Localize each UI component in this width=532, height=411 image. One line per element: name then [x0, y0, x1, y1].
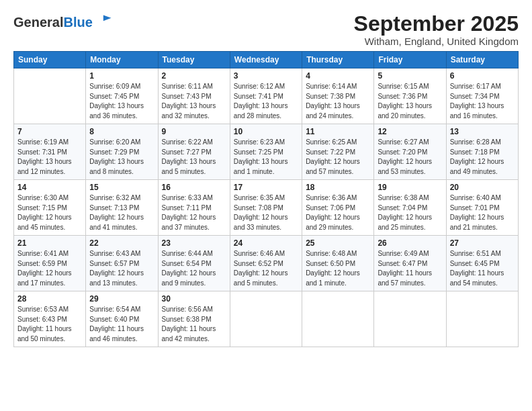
calendar-cell: 9Sunrise: 6:22 AMSunset: 7:27 PMDaylight… — [158, 124, 230, 180]
calendar-cell: 1Sunrise: 6:09 AMSunset: 7:45 PMDaylight… — [86, 68, 158, 124]
calendar-cell: 11Sunrise: 6:25 AMSunset: 7:22 PMDayligh… — [302, 124, 374, 180]
day-of-week-header: Sunday — [14, 52, 86, 68]
calendar-header-row: SundayMondayTuesdayWednesdayThursdayFrid… — [14, 52, 519, 68]
calendar-cell: 15Sunrise: 6:32 AMSunset: 7:13 PMDayligh… — [86, 180, 158, 236]
calendar-cell: 29Sunrise: 6:54 AMSunset: 6:40 PMDayligh… — [86, 291, 158, 347]
day-number: 15 — [89, 183, 154, 192]
calendar-cell — [302, 291, 374, 347]
day-info: Sunrise: 6:14 AMSunset: 7:38 PMDaylight:… — [306, 82, 370, 121]
day-number: 12 — [378, 127, 442, 136]
day-number: 8 — [89, 127, 154, 136]
day-info: Sunrise: 6:56 AMSunset: 6:38 PMDaylight:… — [162, 305, 226, 344]
day-of-week-header: Tuesday — [158, 52, 230, 68]
day-info: Sunrise: 6:11 AMSunset: 7:43 PMDaylight:… — [162, 82, 226, 121]
calendar-cell: 24Sunrise: 6:46 AMSunset: 6:52 PMDayligh… — [230, 236, 302, 291]
day-info: Sunrise: 6:25 AMSunset: 7:22 PMDaylight:… — [306, 138, 370, 177]
day-info: Sunrise: 6:35 AMSunset: 7:08 PMDaylight:… — [234, 193, 298, 232]
day-number: 27 — [450, 238, 515, 248]
calendar-cell: 3Sunrise: 6:12 AMSunset: 7:41 PMDaylight… — [230, 68, 302, 124]
day-number: 7 — [17, 127, 82, 136]
calendar-cell: 6Sunrise: 6:17 AMSunset: 7:34 PMDaylight… — [446, 68, 518, 124]
calendar-cell — [14, 68, 86, 124]
day-info: Sunrise: 6:51 AMSunset: 6:45 PMDaylight:… — [450, 249, 515, 288]
day-number: 4 — [306, 71, 370, 81]
day-info: Sunrise: 6:20 AMSunset: 7:29 PMDaylight:… — [89, 138, 154, 177]
calendar-cell: 7Sunrise: 6:19 AMSunset: 7:31 PMDaylight… — [14, 124, 86, 180]
day-of-week-header: Saturday — [446, 52, 518, 68]
day-info: Sunrise: 6:30 AMSunset: 7:15 PMDaylight:… — [17, 193, 82, 232]
day-number: 9 — [162, 127, 226, 136]
calendar-cell: 8Sunrise: 6:20 AMSunset: 7:29 PMDaylight… — [86, 124, 158, 180]
calendar-week-row: 14Sunrise: 6:30 AMSunset: 7:15 PMDayligh… — [14, 180, 519, 236]
day-number: 29 — [89, 294, 154, 304]
calendar-cell — [230, 291, 302, 347]
logo-general: General — [13, 15, 63, 30]
calendar-week-row: 7Sunrise: 6:19 AMSunset: 7:31 PMDaylight… — [14, 124, 519, 180]
day-info: Sunrise: 6:28 AMSunset: 7:18 PMDaylight:… — [450, 138, 515, 177]
day-info: Sunrise: 6:12 AMSunset: 7:41 PMDaylight:… — [234, 82, 298, 121]
day-info: Sunrise: 6:15 AMSunset: 7:36 PMDaylight:… — [378, 82, 442, 121]
day-info: Sunrise: 6:38 AMSunset: 7:04 PMDaylight:… — [378, 193, 442, 232]
calendar-cell: 25Sunrise: 6:48 AMSunset: 6:50 PMDayligh… — [302, 236, 374, 291]
day-number: 18 — [306, 183, 370, 192]
day-number: 23 — [162, 238, 226, 248]
day-info: Sunrise: 6:53 AMSunset: 6:43 PMDaylight:… — [17, 305, 82, 344]
day-number: 19 — [378, 183, 442, 192]
day-info: Sunrise: 6:33 AMSunset: 7:11 PMDaylight:… — [162, 193, 226, 232]
day-number: 11 — [306, 127, 370, 136]
day-number: 10 — [234, 127, 298, 136]
day-info: Sunrise: 6:49 AMSunset: 6:47 PMDaylight:… — [378, 249, 442, 288]
day-info: Sunrise: 6:19 AMSunset: 7:31 PMDaylight:… — [17, 138, 82, 177]
day-number: 28 — [17, 294, 82, 304]
day-info: Sunrise: 6:36 AMSunset: 7:06 PMDaylight:… — [306, 193, 370, 232]
day-number: 17 — [234, 183, 298, 192]
day-info: Sunrise: 6:17 AMSunset: 7:34 PMDaylight:… — [450, 82, 515, 121]
calendar-cell: 27Sunrise: 6:51 AMSunset: 6:45 PMDayligh… — [446, 236, 518, 291]
day-number: 25 — [306, 238, 370, 248]
day-info: Sunrise: 6:22 AMSunset: 7:27 PMDaylight:… — [162, 138, 226, 177]
day-number: 6 — [450, 71, 515, 81]
day-info: Sunrise: 6:40 AMSunset: 7:01 PMDaylight:… — [450, 193, 515, 232]
day-info: Sunrise: 6:43 AMSunset: 6:57 PMDaylight:… — [89, 249, 154, 288]
day-number: 22 — [89, 238, 154, 248]
calendar-cell: 10Sunrise: 6:23 AMSunset: 7:25 PMDayligh… — [230, 124, 302, 180]
day-info: Sunrise: 6:44 AMSunset: 6:54 PMDaylight:… — [162, 249, 226, 288]
calendar-page: GeneralBlue September 2025 Witham, Engla… — [0, 0, 532, 411]
day-info: Sunrise: 6:48 AMSunset: 6:50 PMDaylight:… — [306, 249, 370, 288]
calendar-cell: 16Sunrise: 6:33 AMSunset: 7:11 PMDayligh… — [158, 180, 230, 236]
calendar-week-row: 21Sunrise: 6:41 AMSunset: 6:59 PMDayligh… — [14, 236, 519, 291]
logo-blue: Blue — [63, 15, 92, 30]
day-info: Sunrise: 6:09 AMSunset: 7:45 PMDaylight:… — [89, 82, 154, 121]
calendar-cell: 4Sunrise: 6:14 AMSunset: 7:38 PMDaylight… — [302, 68, 374, 124]
day-info: Sunrise: 6:54 AMSunset: 6:40 PMDaylight:… — [89, 305, 154, 344]
day-number: 20 — [450, 183, 515, 192]
title-block: September 2025 Witham, England, United K… — [354, 12, 519, 47]
calendar-cell: 13Sunrise: 6:28 AMSunset: 7:18 PMDayligh… — [446, 124, 518, 180]
day-number: 26 — [378, 238, 442, 248]
day-info: Sunrise: 6:46 AMSunset: 6:52 PMDaylight:… — [234, 249, 298, 288]
day-number: 14 — [17, 183, 82, 192]
day-of-week-header: Wednesday — [230, 52, 302, 68]
calendar-week-row: 1Sunrise: 6:09 AMSunset: 7:45 PMDaylight… — [14, 68, 519, 124]
header: GeneralBlue September 2025 Witham, Engla… — [13, 12, 519, 47]
day-of-week-header: Friday — [374, 52, 446, 68]
location: Witham, England, United Kingdom — [354, 36, 519, 47]
calendar-cell: 21Sunrise: 6:41 AMSunset: 6:59 PMDayligh… — [14, 236, 86, 291]
calendar-cell: 19Sunrise: 6:38 AMSunset: 7:04 PMDayligh… — [374, 180, 446, 236]
day-number: 16 — [162, 183, 226, 192]
calendar-cell: 30Sunrise: 6:56 AMSunset: 6:38 PMDayligh… — [158, 291, 230, 347]
calendar-week-row: 28Sunrise: 6:53 AMSunset: 6:43 PMDayligh… — [14, 291, 519, 347]
day-number: 21 — [17, 238, 82, 248]
day-info: Sunrise: 6:23 AMSunset: 7:25 PMDaylight:… — [234, 138, 298, 177]
day-number: 1 — [89, 71, 154, 81]
calendar-cell: 18Sunrise: 6:36 AMSunset: 7:06 PMDayligh… — [302, 180, 374, 236]
day-number: 13 — [450, 127, 515, 136]
day-number: 3 — [234, 71, 298, 81]
calendar-cell: 2Sunrise: 6:11 AMSunset: 7:43 PMDaylight… — [158, 68, 230, 124]
calendar-cell: 12Sunrise: 6:27 AMSunset: 7:20 PMDayligh… — [374, 124, 446, 180]
calendar-cell: 26Sunrise: 6:49 AMSunset: 6:47 PMDayligh… — [374, 236, 446, 291]
day-number: 30 — [162, 294, 226, 304]
calendar-cell: 14Sunrise: 6:30 AMSunset: 7:15 PMDayligh… — [14, 180, 86, 236]
day-info: Sunrise: 6:27 AMSunset: 7:20 PMDaylight:… — [378, 138, 442, 177]
day-info: Sunrise: 6:32 AMSunset: 7:13 PMDaylight:… — [89, 193, 154, 232]
